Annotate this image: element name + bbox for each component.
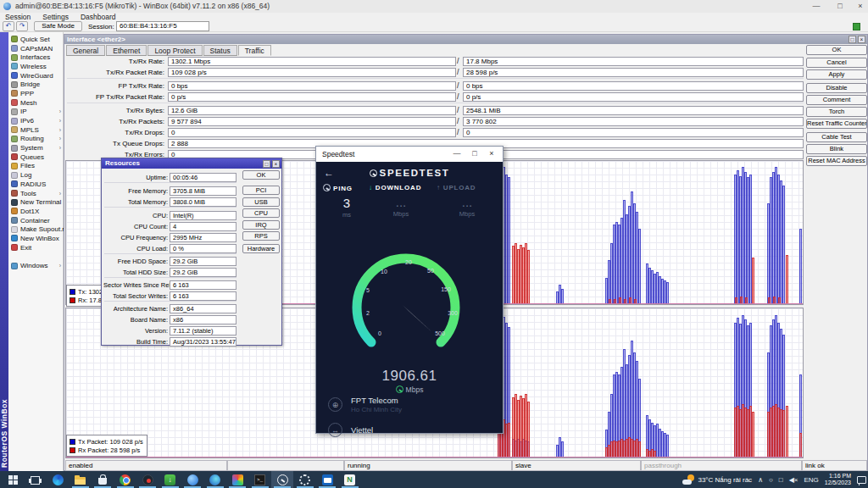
sidebar-item-bridge[interactable]: Bridge (8, 80, 63, 89)
settings-icon[interactable] (294, 471, 316, 488)
resources-close-icon[interactable]: × (272, 160, 280, 168)
resource-value[interactable]: 3705.8 MiB (170, 186, 236, 196)
sidebar-item-container[interactable]: Container (8, 216, 63, 225)
safe-mode-button[interactable]: Safe Mode (34, 21, 82, 31)
blink-button[interactable]: Blink (806, 144, 867, 154)
reset-traffic-counters-button[interactable]: Reset Traffic Counters (806, 119, 867, 129)
disable-button[interactable]: Disable (806, 83, 867, 93)
resource-value[interactable]: Aug/31/2023 13:55:47 (170, 337, 236, 347)
session-input[interactable]: 60:BE:B4:13:16:F5 (116, 21, 209, 31)
comment-button[interactable]: Comment (806, 95, 867, 105)
pci-button[interactable]: PCI (242, 186, 280, 195)
photos-icon[interactable] (226, 471, 248, 488)
resource-value[interactable]: 2995 MHz (170, 233, 236, 242)
resource-value[interactable]: 29.2 GiB (170, 257, 236, 266)
resource-value[interactable]: 4 (170, 222, 236, 231)
resource-value[interactable]: 29.2 GiB (170, 268, 236, 277)
resource-value[interactable]: 00:05:46 (170, 173, 236, 182)
sidebar-item-routing[interactable]: Routing› (8, 135, 63, 144)
resource-value[interactable]: x86_64 (170, 304, 236, 313)
display-icon[interactable]: □ (779, 476, 783, 484)
sidebar-item-queues[interactable]: Queues (8, 152, 63, 162)
sidebar-item-ip[interactable]: IP› (8, 108, 63, 117)
irq-button[interactable]: IRQ (242, 220, 280, 230)
hardware-button[interactable]: Hardware (242, 244, 280, 253)
edge-beta-icon[interactable] (204, 471, 226, 488)
menu-settings[interactable]: Settings (42, 13, 69, 21)
sidebar-item-new-terminal[interactable]: New Terminal (8, 197, 63, 207)
speedtest-app-icon[interactable] (271, 471, 293, 488)
ok-button[interactable]: OK (806, 45, 867, 55)
cable-test-button[interactable]: Cable Test (806, 132, 867, 142)
cancel-button[interactable]: Cancel (806, 58, 867, 68)
field-value[interactable]: 12.6 GiB (168, 106, 456, 115)
sidebar-item-mesh[interactable]: Mesh (8, 98, 63, 108)
sidebar-item-tools[interactable]: Tools› (8, 189, 63, 198)
undo-button[interactable]: ↶ (3, 21, 14, 31)
file-explorer-icon[interactable] (70, 471, 92, 488)
resource-value[interactable]: 3808.0 MiB (170, 197, 236, 207)
sidebar-item-capsman[interactable]: CAPsMAN (8, 44, 63, 53)
resource-value[interactable]: 7.11.2 (stable) (170, 326, 236, 336)
sidebar-item-system[interactable]: System› (8, 143, 63, 152)
field-value[interactable]: 0 bps (463, 81, 804, 91)
task-view-button[interactable] (25, 471, 47, 488)
resource-value[interactable]: 6 163 (170, 280, 236, 290)
start-button[interactable] (2, 471, 24, 488)
close-button[interactable]: × (851, 0, 868, 13)
tray-expand-icon[interactable]: ∧ (758, 476, 763, 484)
resources-maximize-icon[interactable]: □ (263, 160, 270, 168)
field-value[interactable]: 9 577 894 (168, 117, 456, 126)
server-provider[interactable]: ↔ Viettel (328, 423, 373, 437)
notepadpp-icon[interactable]: N (339, 471, 361, 488)
idm-icon[interactable]: ↓ (159, 471, 181, 488)
recorder-icon[interactable] (136, 471, 159, 488)
app-sphere-icon[interactable] (181, 471, 203, 488)
speedtest-minimize-button[interactable]: — (448, 147, 465, 162)
speedtest-maximize-button[interactable]: □ (466, 147, 483, 162)
iface-close-icon[interactable]: × (858, 36, 865, 43)
redo-button[interactable]: ↷ (16, 21, 28, 31)
cmd-icon[interactable]: >_ (249, 471, 271, 488)
sidebar-item-ipv6[interactable]: IPv6› (8, 116, 63, 125)
sidebar-item-windows[interactable]: Windows› (8, 262, 63, 271)
tray-app-icon[interactable]: ○ (769, 476, 773, 484)
menu-session[interactable]: Session (5, 13, 31, 21)
apply-button[interactable]: Apply (806, 69, 867, 80)
iface-maximize-icon[interactable]: □ (849, 36, 856, 43)
maximize-button[interactable]: □ (831, 0, 849, 13)
rps-button[interactable]: RPS (242, 231, 280, 241)
field-value[interactable]: 0 p/s (168, 92, 456, 102)
language-indicator[interactable]: ENG (804, 476, 819, 484)
field-value[interactable]: 109 028 p/s (168, 68, 456, 77)
edge-icon[interactable] (47, 471, 69, 488)
sidebar-item-ppp[interactable]: PPP (8, 89, 63, 98)
resource-value[interactable]: x86 (170, 315, 236, 324)
sidebar-item-interfaces[interactable]: Interfaces (8, 53, 63, 62)
sidebar-item-wireguard[interactable]: WireGuard (8, 71, 63, 80)
field-value[interactable]: 0 p/s (463, 92, 804, 102)
field-value[interactable]: 0 (463, 128, 804, 137)
field-value[interactable]: 0 bps (168, 81, 456, 91)
sidebar-item-files[interactable]: Files (8, 162, 63, 171)
weather-widget[interactable]: 33°C Nắng rải rác (682, 474, 752, 485)
resource-value[interactable]: Intel(R) (170, 211, 236, 220)
reset-mac-address-button[interactable]: Reset MAC Address (806, 156, 867, 166)
field-value[interactable]: 3 770 802 (463, 117, 804, 126)
sidebar-item-radius[interactable]: RADIUS (8, 180, 63, 189)
sidebar-item-log[interactable]: Log (8, 170, 63, 180)
chrome-icon[interactable] (114, 471, 136, 488)
menu-dashboard[interactable]: Dashboard (81, 13, 116, 21)
sidebar-item-new-winbox[interactable]: New WinBox (8, 234, 63, 243)
field-value[interactable]: 0 (168, 128, 456, 137)
field-value[interactable]: 2548.1 MiB (463, 106, 804, 115)
field-value[interactable]: 1302.1 Mbps (168, 57, 456, 66)
field-value[interactable]: 28 598 p/s (463, 68, 804, 77)
volume-muted-icon[interactable]: ◀× (789, 476, 798, 484)
sidebar-item-quick-set[interactable]: Quick Set (8, 35, 63, 44)
clock[interactable]: 1:16 PM 12/5/2023 (825, 473, 851, 486)
ok-button[interactable]: OK (242, 170, 280, 180)
resource-value[interactable]: 6 163 (170, 291, 236, 301)
isp-provider[interactable]: ⊕ FPT Telecom Ho Chi Minh City (328, 396, 402, 413)
sidebar-item-wireless[interactable]: Wireless (8, 62, 63, 71)
